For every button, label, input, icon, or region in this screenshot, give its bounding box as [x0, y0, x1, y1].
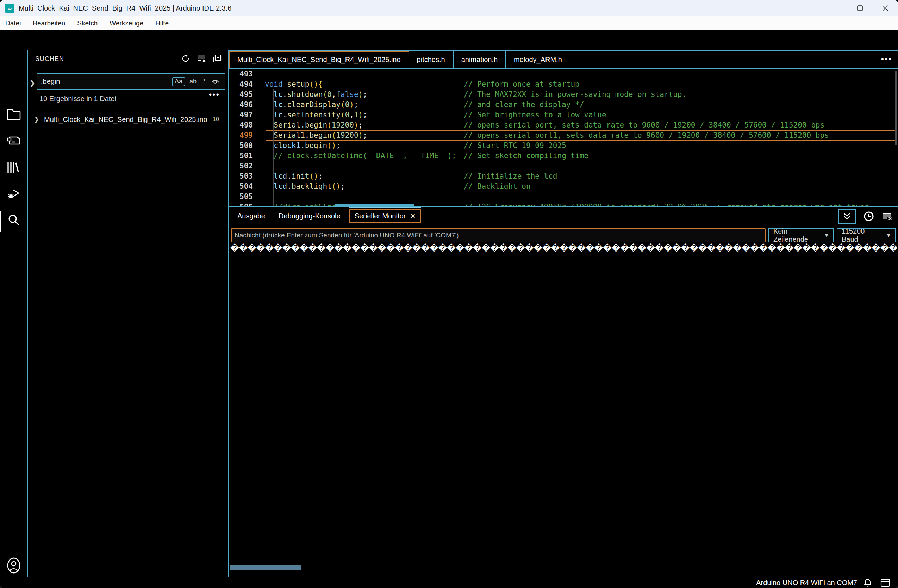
search-results-summary: 10 Ergebnisse in 1 Datei	[40, 95, 116, 103]
code-editor[interactable]: 493494void setup(){// Perform once at st…	[229, 69, 898, 206]
line-number: 506	[229, 202, 260, 206]
panel-tab-serieller-monitor[interactable]: Serieller Monitor✕	[349, 209, 421, 223]
line-number: 501	[229, 151, 260, 161]
maximize-button[interactable]	[847, 0, 873, 16]
code-text: void setup(){	[265, 80, 323, 88]
code-line[interactable]: 502	[229, 161, 898, 171]
close-icon[interactable]: ✕	[410, 212, 415, 220]
panel-tab-ausgabe[interactable]: Ausgabe	[232, 210, 270, 222]
line-number: 493	[229, 69, 260, 79]
panel-tab-label: Debugging-Konsole	[278, 212, 341, 220]
panel-tab-debugging-konsole[interactable]: Debugging-Konsole	[274, 210, 346, 222]
account-icon[interactable]	[6, 557, 21, 574]
code-line[interactable]: 503 lcd.init();// Initialize the lcd	[229, 171, 898, 182]
eye-icon[interactable]	[211, 77, 220, 85]
code-text: lcd.backlight();	[265, 182, 345, 191]
panel-tab-bar: AusgabeDebugging-KonsoleSerieller Monito…	[229, 207, 898, 225]
code-line[interactable]: 499 Serial1.begin(19200);// opens serial…	[229, 130, 898, 140]
chevron-down-icon: ▼	[886, 232, 891, 238]
panel-layout-icon[interactable]	[880, 579, 890, 587]
baud-rate-value: 115200 Baud	[842, 227, 883, 243]
code-comment: // I2C-Frequency 400kHz (100000 is stand…	[464, 202, 869, 206]
clear-output-icon[interactable]	[882, 211, 892, 221]
minimize-button[interactable]	[822, 0, 847, 16]
code-line[interactable]: 500 clock1.begin();// Start RTC 19-09-20…	[229, 140, 898, 151]
search-result-file-row[interactable]: ❯ Multi_Clock_Kai_NEC_Send_Big_R4_Wifi_2…	[28, 113, 228, 126]
menu-item-hilfe[interactable]: Hilfe	[149, 19, 175, 27]
result-match-count: 10	[213, 116, 219, 123]
code-text: lc.shutdown(0,false);	[265, 90, 367, 99]
code-line[interactable]: 496 lc.clearDisplay(0);// and clear the …	[229, 100, 898, 110]
code-line[interactable]: 498 Serial.begin(19200);// opens serial …	[229, 120, 898, 130]
library-manager-icon[interactable]	[0, 156, 28, 179]
baud-rate-dropdown[interactable]: 115200 Baud ▼	[837, 228, 896, 242]
code-comment: // The MAX72XX is in power-saving mode o…	[464, 89, 686, 100]
line-number: 499	[229, 130, 260, 140]
arduino-ide-window: ∞ Multi_Clock_Kai_NEC_Send_Big_R4_Wifi_2…	[0, 0, 898, 588]
menu-item-bearbeiten[interactable]: Bearbeiten	[27, 19, 71, 27]
line-number: 494	[229, 79, 260, 89]
notifications-bell-icon[interactable]	[864, 578, 872, 587]
search-details-button[interactable]: •••	[209, 90, 220, 100]
tab-overflow-button[interactable]: •••	[881, 55, 892, 64]
line-number: 505	[229, 192, 260, 202]
code-line[interactable]: 497 lc.setIntensity(0,1);// Set brightne…	[229, 110, 898, 120]
refresh-icon[interactable]	[181, 54, 190, 63]
regex-icon[interactable]: .*	[201, 78, 206, 85]
clear-search-results-icon[interactable]	[197, 54, 206, 63]
code-comment: // Backlight on	[464, 182, 531, 192]
status-bar: Arduino UNO R4 WiFi an COM7	[0, 577, 898, 588]
toggle-replace-chevron[interactable]: ❯	[29, 79, 35, 88]
line-ending-dropdown[interactable]: Kein Zeilenende ▼	[769, 228, 834, 242]
arduino-app-icon: ∞	[5, 3, 14, 13]
code-line[interactable]: 506 //Wire.setClock(400000);// I2C-Frequ…	[229, 202, 898, 206]
toolbar: Arduino UNO R4 WiFi ▼	[0, 30, 898, 51]
editor-tab[interactable]: Multi_Clock_Kai_NEC_Send_Big_R4_Wifi_202…	[229, 51, 409, 68]
code-line[interactable]: 494void setup(){// Perform once at start…	[229, 79, 898, 89]
code-text: lc.clearDisplay(0);	[265, 100, 358, 109]
line-number: 498	[229, 120, 260, 130]
code-comment: // Set sketch compiling time	[464, 151, 589, 161]
activity-bar	[0, 50, 28, 577]
code-text: clock1.begin();	[265, 141, 341, 150]
code-comment: // Perform once at startup	[464, 79, 580, 89]
sketchbook-icon[interactable]	[0, 103, 28, 126]
code-line[interactable]: 501 // clock.setDateTime(__DATE__, __TIM…	[229, 151, 898, 161]
editor-horizontal-scrollbar[interactable]	[335, 204, 414, 206]
panel-tab-label: Serieller Monitor	[355, 212, 406, 220]
boards-manager-icon[interactable]	[0, 129, 28, 152]
chevron-down-icon: ▼	[824, 232, 829, 238]
editor-tab[interactable]: animation.h	[454, 51, 506, 68]
menu-item-datei[interactable]: Datei	[0, 19, 27, 27]
new-search-editor-icon[interactable]	[213, 54, 222, 63]
line-number: 496	[229, 100, 260, 110]
menu-item-werkzeuge[interactable]: Werkzeuge	[103, 19, 149, 27]
editor-vertical-scrollbar[interactable]	[895, 71, 896, 145]
line-number: 495	[229, 89, 260, 100]
window-title: Multi_Clock_Kai_NEC_Send_Big_R4_Wifi_202…	[18, 4, 231, 12]
search-panel-icon[interactable]	[0, 209, 28, 231]
serial-message-input[interactable]	[231, 228, 766, 242]
editor-tab[interactable]: pitches.h	[409, 51, 454, 68]
autoscroll-toggle[interactable]	[838, 209, 856, 224]
code-line[interactable]: 504 lcd.backlight();// Backlight on	[229, 182, 898, 192]
code-comment: // Set brightness to a low value	[464, 110, 606, 120]
editor-tab[interactable]: melody_ARM.h	[506, 51, 570, 68]
timestamp-toggle[interactable]	[863, 210, 875, 222]
whole-word-icon[interactable]: ab	[189, 78, 197, 85]
line-number: 504	[229, 182, 260, 192]
debug-panel-icon[interactable]	[0, 183, 28, 205]
code-text: Serial1.begin(19200);	[265, 131, 367, 140]
match-case-icon[interactable]: Aa	[172, 77, 185, 86]
code-line[interactable]: 493	[229, 69, 898, 79]
search-input[interactable]	[37, 77, 172, 86]
search-panel-title: SUCHEN	[35, 55, 64, 63]
code-line[interactable]: 505	[229, 192, 898, 202]
menu-item-sketch[interactable]: Sketch	[71, 19, 103, 27]
close-button[interactable]	[873, 0, 898, 16]
menu-bar: DateiBearbeitenSketchWerkzeugeHilfe	[0, 16, 898, 30]
bottom-panel: AusgabeDebugging-KonsoleSerieller Monito…	[229, 206, 898, 577]
indent-guide	[273, 89, 274, 206]
code-line[interactable]: 495 lc.shutdown(0,false);// The MAX72XX …	[229, 89, 898, 100]
panel-horizontal-scrollbar[interactable]	[230, 565, 301, 570]
